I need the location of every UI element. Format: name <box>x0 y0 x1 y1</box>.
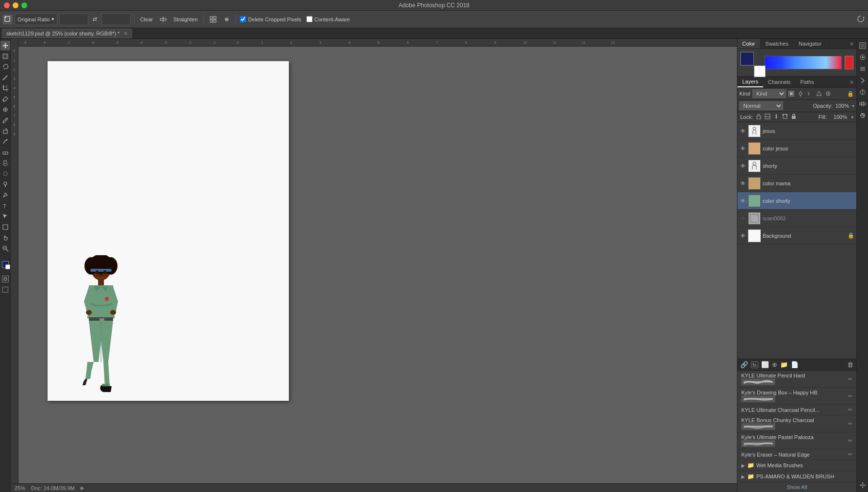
settings-icon[interactable] <box>221 14 233 25</box>
brush-edit-5[interactable]: ✏ <box>848 451 852 458</box>
tab-paths[interactable]: Paths <box>796 77 819 87</box>
healing-tool[interactable] <box>0 105 10 115</box>
close-button[interactable] <box>4 2 10 8</box>
move-tool[interactable] <box>0 41 10 50</box>
straighten-button[interactable]: Straighten <box>171 14 200 25</box>
brush-item-5[interactable]: Kyle's Eraser – Natural Edge ✏ <box>737 449 856 460</box>
layer-row-color-jesus[interactable]: 👁 color jesus <box>737 140 856 157</box>
artboard-tool[interactable] <box>0 51 10 61</box>
layer-delete-button[interactable]: 🗑 <box>847 361 853 368</box>
text-tool[interactable]: T <box>0 201 10 211</box>
layer-effects-button[interactable]: fx <box>751 361 758 368</box>
dodge-tool[interactable] <box>0 180 10 189</box>
filter-shape-icon[interactable] <box>815 90 823 98</box>
fill-arrow[interactable]: ▾ <box>851 115 853 120</box>
swap-icon[interactable]: ⇄ <box>90 14 100 25</box>
magic-wand-tool[interactable] <box>0 73 10 82</box>
background-color-swatch[interactable] <box>754 66 766 77</box>
eraser-tool[interactable] <box>0 148 10 157</box>
panel-toggle-1[interactable] <box>858 52 868 62</box>
panel-toggle-3[interactable] <box>858 76 868 85</box>
brush-tool[interactable] <box>0 115 10 125</box>
layer-row-shorty[interactable]: 👁 shorty <box>737 157 856 175</box>
reset-icon[interactable] <box>856 15 865 24</box>
panel-toggle-5[interactable] <box>858 99 868 109</box>
color-accent-swatch[interactable] <box>845 56 853 69</box>
panel-toggle-4[interactable] <box>858 87 868 97</box>
color-gradient-bar[interactable] <box>765 56 842 69</box>
tab-swatches[interactable]: Swatches <box>760 39 794 49</box>
panel-toggle-0[interactable] <box>858 41 868 50</box>
filter-smart-icon[interactable] <box>824 90 832 98</box>
layer-link-button[interactable]: 🔗 <box>740 361 748 368</box>
zoom-tool[interactable] <box>0 244 10 253</box>
brush-item-4[interactable]: Kyle's Ultimate Pastel Palooza ✏ <box>737 432 856 449</box>
tab-channels[interactable]: Channels <box>763 77 795 87</box>
ratio-dropdown[interactable]: Original Ratio ▾ <box>15 14 57 25</box>
layer-visibility-color-jesus[interactable]: 👁 <box>739 145 746 152</box>
brush-item-2[interactable]: KYLE Ultimate Charcoal Pencil... ✏ <box>737 405 856 415</box>
brush-edit-3[interactable]: ✏ <box>848 421 852 427</box>
layer-visibility-color-shorty[interactable]: 👁 <box>739 197 746 204</box>
folder-item-0[interactable]: ▶ 📁 Wet Media Brushes <box>737 460 856 471</box>
color-swatch-container[interactable] <box>740 52 762 73</box>
show-all-button[interactable]: Show All <box>737 482 856 492</box>
layer-new-button[interactable]: 📄 <box>791 361 799 368</box>
filter-adjust-icon[interactable] <box>797 90 804 98</box>
straighten-icon[interactable] <box>157 14 169 25</box>
screen-mode-tool[interactable] <box>0 285 10 295</box>
layer-mask-button[interactable]: ⬜ <box>761 361 769 368</box>
maximize-button[interactable] <box>21 2 27 8</box>
layer-row-jesus[interactable]: 👁 jesus <box>737 122 856 140</box>
lasso-tool[interactable] <box>0 62 10 72</box>
lock-position-icon[interactable] <box>773 114 779 120</box>
layer-group-button[interactable]: 📁 <box>780 361 788 368</box>
layer-row-background[interactable]: 👁 Background 🔒 <box>737 227 856 245</box>
tab-color[interactable]: Color <box>737 39 760 49</box>
filter-pixel-icon[interactable] <box>787 90 795 98</box>
panel-toggle-2[interactable] <box>858 64 868 74</box>
brush-edit-2[interactable]: ✏ <box>848 407 852 413</box>
layer-visibility-scan0082[interactable]: 👁 <box>739 215 746 222</box>
opacity-arrow[interactable]: ▾ <box>852 103 854 109</box>
minimize-button[interactable] <box>13 2 18 8</box>
tab-close-button[interactable]: ✕ <box>124 31 128 36</box>
tab-layers[interactable]: Layers <box>737 77 763 87</box>
lock-transparent-icon[interactable] <box>756 114 762 120</box>
layer-visibility-shorty[interactable]: 👁 <box>739 163 746 169</box>
brush-item-1[interactable]: Kyle's Drawing Box – Happy HB ✏ <box>737 388 856 405</box>
canvas-viewport[interactable] <box>18 47 737 483</box>
lock-image-icon[interactable] <box>765 114 770 120</box>
layer-adjustment-button[interactable]: ⊕ <box>772 361 777 368</box>
delete-cropped-checkbox[interactable]: Delete Cropped Pixels <box>240 16 301 22</box>
hand-tool[interactable] <box>0 233 10 243</box>
layer-row-color-shorty[interactable]: 👁 color shorty <box>737 192 856 210</box>
lock-all-icon[interactable] <box>791 114 797 120</box>
clear-button[interactable]: Clear <box>138 14 155 25</box>
blur-tool[interactable] <box>0 169 10 179</box>
paint-bucket-tool[interactable] <box>0 158 10 168</box>
blend-mode-select[interactable]: Normal Dissolve Multiply Screen Overlay <box>739 101 783 110</box>
folder-item-1[interactable]: ▶ 📁 PS-AMARO & WALDEN BRUSH <box>737 471 856 482</box>
panel-toggle-6[interactable] <box>858 111 868 120</box>
canvas-scroll[interactable]: 0 1 2 3 4 5 6 7 8 9 -9 -8 -7 -6 <box>11 39 737 483</box>
grid-icon[interactable] <box>207 14 219 25</box>
crop-tool[interactable] <box>0 83 10 93</box>
document-tab[interactable]: sketch1129.psd @ 25% (color shorty, RGB/… <box>2 29 132 38</box>
content-aware-checkbox[interactable]: Content-Aware <box>306 16 350 22</box>
foreground-color-swatch[interactable] <box>740 52 754 66</box>
layer-visibility-color-mama[interactable]: 👁 <box>739 180 746 187</box>
eyedropper-tool[interactable] <box>0 94 10 104</box>
tab-navigator[interactable]: Navigator <box>794 39 827 49</box>
history-brush-tool[interactable] <box>0 137 10 147</box>
brush-edit-0[interactable]: ✏ <box>848 376 852 382</box>
foreground-color[interactable] <box>0 260 10 269</box>
color-panel-menu[interactable]: ≡ <box>848 39 856 49</box>
path-selection-tool[interactable] <box>0 212 10 221</box>
layer-row-color-mama[interactable]: 👁 color mama <box>737 175 856 192</box>
layers-panel-menu[interactable]: ≡ <box>848 79 856 85</box>
panel-toggle-7[interactable] <box>858 480 868 490</box>
layer-visibility-jesus[interactable]: 👁 <box>739 128 746 134</box>
layer-row-scan0082[interactable]: 👁 scan0082 <box>737 210 856 227</box>
shape-tool[interactable] <box>0 222 10 232</box>
